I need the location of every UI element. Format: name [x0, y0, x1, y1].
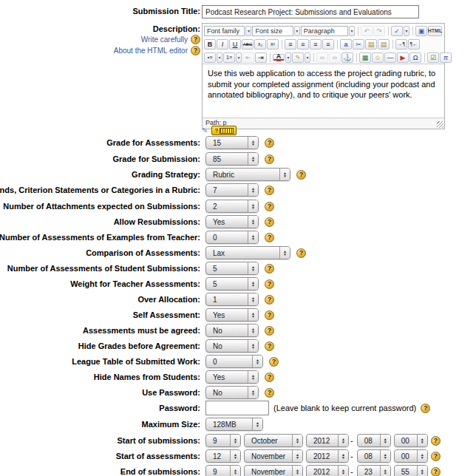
minute-select[interactable]: 00▲▼	[394, 449, 428, 463]
highlight-button[interactable]: ✎	[292, 52, 304, 63]
align-left-button[interactable]: ≡	[285, 39, 296, 50]
value-select[interactable]: 0▲▼	[205, 355, 263, 368]
horizontal-rule-button[interactable]: —	[384, 52, 396, 63]
month-select[interactable]: November▲▼	[244, 465, 303, 476]
editor-resize-handle[interactable]	[437, 121, 443, 128]
month-select[interactable]: October▲▼	[244, 434, 303, 447]
year-select[interactable]: 2012▲▼	[306, 465, 349, 476]
align-right-button[interactable]: ≡	[310, 39, 322, 50]
help-icon[interactable]: ?	[421, 404, 430, 413]
cut-button[interactable]: ✂	[353, 39, 364, 50]
hour-select[interactable]: 23▲▼	[357, 465, 391, 476]
help-icon[interactable]: ?	[265, 279, 274, 289]
ltr-button[interactable]: →¶	[395, 39, 407, 50]
value-select[interactable]: 1▲▼	[205, 293, 259, 306]
help-icon[interactable]: ?	[296, 248, 306, 258]
hour-select[interactable]: 08▲▼	[357, 449, 391, 463]
insert-media-button[interactable]: ▶	[397, 52, 409, 63]
superscript-button[interactable]: x²	[267, 39, 279, 50]
spellcheck-icon[interactable]: ✓	[391, 26, 403, 36]
chevron-down-icon[interactable]: ▾	[294, 26, 300, 36]
format-select[interactable]: Paragraph	[301, 26, 348, 36]
help-icon[interactable]: ?	[265, 186, 274, 195]
help-icon[interactable]: ?	[265, 264, 274, 273]
help-icon[interactable]: ?	[265, 373, 274, 382]
numbered-list-dropdown-icon[interactable]: ▾	[236, 52, 242, 63]
hour-select[interactable]: 08▲▼	[357, 434, 391, 447]
help-icon[interactable]: ?	[265, 202, 274, 211]
help-icon[interactable]: ?	[265, 138, 274, 148]
underline-button[interactable]: U	[229, 39, 241, 50]
value-select[interactable]: 85▲▼	[205, 152, 259, 166]
help-icon[interactable]: ?	[265, 388, 274, 398]
value-select[interactable]: Lax▲▼	[205, 246, 290, 259]
year-select[interactable]: 2012▲▼	[306, 434, 349, 447]
value-select[interactable]: No▲▼	[205, 339, 259, 353]
help-icon[interactable]: ?	[265, 295, 274, 305]
paste-button[interactable]: ▤	[378, 39, 390, 50]
value-select[interactable]: Yes▲▼	[205, 308, 259, 322]
keyboard-help-badge[interactable]: ?	[211, 126, 237, 135]
help-icon[interactable]: ?	[265, 310, 274, 320]
copy-button[interactable]: ▤	[365, 39, 377, 50]
align-justify-button[interactable]: ≡	[322, 39, 334, 50]
write-carefully-link[interactable]: Write carefully	[141, 35, 188, 44]
rtl-button[interactable]: ¶←	[408, 39, 420, 50]
help-icon[interactable]: ?	[265, 233, 274, 242]
fullscreen-icon[interactable]: ▣	[415, 26, 427, 36]
help-icon[interactable]: ?	[265, 326, 274, 336]
password-input[interactable]	[205, 401, 269, 415]
bold-button[interactable]: B	[204, 39, 216, 50]
day-select[interactable]: 12▲▼	[205, 449, 241, 463]
chevron-down-icon[interactable]: ▾	[245, 26, 251, 36]
year-select[interactable]: 2012▲▼	[306, 449, 349, 463]
value-select[interactable]: 2▲▼	[205, 200, 259, 213]
math-button[interactable]: π	[440, 52, 452, 63]
help-icon[interactable]: ?	[431, 467, 441, 476]
editor-content[interactable]: Use this web application to access the p…	[203, 64, 444, 118]
value-select[interactable]: 0▲▼	[205, 231, 259, 244]
value-select[interactable]: Rubric▲▼	[205, 168, 290, 181]
minute-select[interactable]: 55▲▼	[394, 465, 428, 476]
help-icon[interactable]: ?	[191, 35, 200, 44]
font-family-select[interactable]: Font family	[204, 26, 245, 36]
help-icon[interactable]: ?	[265, 217, 274, 227]
help-icon[interactable]: ?	[296, 170, 306, 180]
emoticon-button[interactable]: ☺	[372, 52, 384, 63]
submission-title-input[interactable]	[202, 5, 419, 18]
indent-button[interactable]: ⇥	[255, 52, 267, 63]
html-source-button[interactable]: HTML	[428, 26, 442, 36]
cleanup-button[interactable]: ☑	[427, 52, 439, 63]
help-icon[interactable]: ?	[431, 436, 441, 446]
value-select[interactable]: No▲▼	[205, 324, 259, 337]
month-select[interactable]: November▲▼	[244, 449, 303, 463]
help-icon[interactable]: ?	[191, 46, 200, 55]
bullet-list-dropdown-icon[interactable]: ▾	[217, 52, 222, 63]
day-select[interactable]: 9▲▼	[205, 465, 241, 476]
special-char-button[interactable]: Ω	[409, 52, 421, 63]
insert-image-button[interactable]: ▦	[359, 52, 371, 63]
value-select[interactable]: Yes▲▼	[205, 370, 259, 384]
anchor-button[interactable]: ⚓	[341, 52, 353, 63]
value-select[interactable]: 15▲▼	[205, 136, 259, 149]
align-center-button[interactable]: ≡	[297, 39, 309, 50]
strikethrough-button[interactable]: ABC	[242, 39, 254, 50]
italic-button[interactable]: I	[217, 39, 228, 50]
day-select[interactable]: 9▲▼	[205, 434, 241, 447]
value-select[interactable]: Yes▲▼	[205, 215, 259, 228]
value-select[interactable]: No▲▼	[205, 386, 259, 399]
help-icon[interactable]: ?	[265, 154, 274, 164]
value-select[interactable]: 5▲▼	[205, 277, 259, 290]
numbered-list-button[interactable]: 1≡	[223, 52, 235, 63]
font-size-select[interactable]: Font size	[252, 26, 293, 36]
bullet-list-button[interactable]: •≡	[204, 52, 216, 63]
help-icon[interactable]: ?	[269, 357, 279, 367]
value-select[interactable]: 7▲▼	[205, 183, 259, 197]
font-color-button[interactable]: A	[273, 54, 285, 61]
value-select[interactable]: 5▲▼	[205, 262, 259, 275]
font-color-dropdown-icon[interactable]: ▾	[285, 52, 291, 63]
help-icon[interactable]: ?	[431, 452, 441, 461]
chevron-down-icon[interactable]: ▾	[349, 26, 355, 36]
value-select[interactable]: 128MB▲▼	[205, 418, 263, 431]
highlight-dropdown-icon[interactable]: ▾	[305, 52, 310, 63]
